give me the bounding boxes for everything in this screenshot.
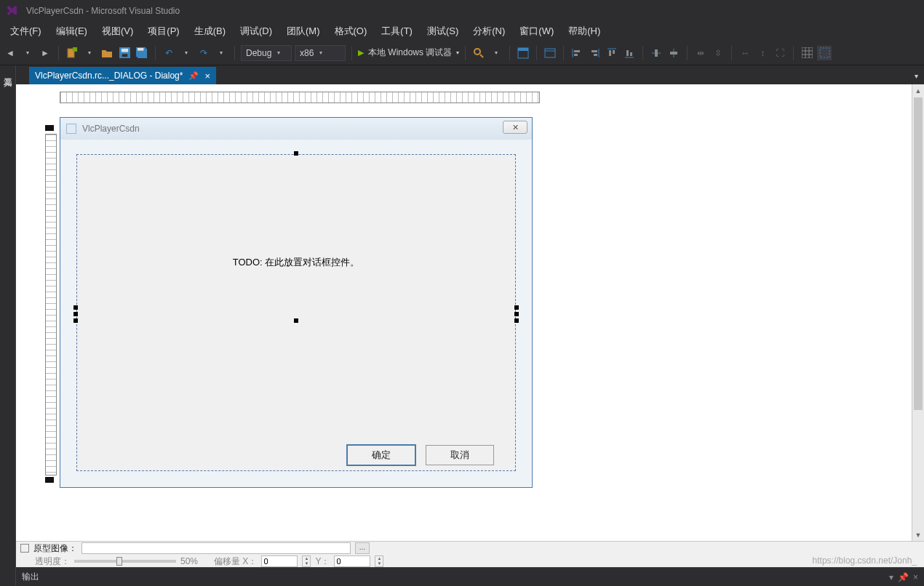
debugger-label: 本地 Windows 调试器 — [368, 47, 452, 59]
svg-rect-14 — [592, 50, 597, 52]
dialog-close-icon[interactable]: ✕ — [503, 121, 527, 134]
opacity-slider[interactable] — [74, 560, 176, 563]
dropdown-icon[interactable]: ▾ — [889, 572, 893, 582]
save-all-icon[interactable] — [135, 46, 149, 60]
designer-canvas[interactable]: VlcPlayerCsdn ✕ TODO: 在此放置对话框控件。 确定 取消 — [16, 84, 911, 541]
align-bottom-icon[interactable] — [622, 46, 637, 60]
svg-rect-4 — [122, 54, 127, 57]
menu-test[interactable]: 测试(S) — [420, 22, 466, 41]
menu-analyze[interactable]: 分析(N) — [466, 22, 512, 41]
output-pane-header[interactable]: 输出 ▾ 📌 × — [16, 567, 924, 586]
menu-edit[interactable]: 编辑(E) — [49, 22, 95, 41]
menu-help[interactable]: 帮助(H) — [561, 22, 608, 41]
prototype-image-checkbox[interactable] — [20, 544, 29, 553]
ok-label: 确定 — [372, 449, 391, 462]
static-todo-text[interactable]: TODO: 在此放置对话框控件。 — [233, 256, 360, 269]
menu-tools[interactable]: 工具(T) — [374, 22, 420, 41]
dialog-preview[interactable]: VlcPlayerCsdn ✕ TODO: 在此放置对话框控件。 确定 取消 — [60, 117, 533, 488]
menu-debug[interactable]: 调试(D) — [233, 22, 279, 41]
align-left-icon[interactable] — [570, 46, 584, 60]
svg-rect-18 — [626, 50, 629, 56]
find-dropdown[interactable]: ▾ — [489, 46, 503, 60]
undo-dropdown[interactable]: ▾ — [179, 46, 194, 60]
dialog-client-area[interactable] — [76, 154, 516, 471]
dialog-designer: VlcPlayerCsdn ✕ TODO: 在此放置对话框控件。 确定 取消 ▲… — [16, 84, 924, 541]
horizontal-ruler — [60, 92, 540, 103]
config-value: Debug — [246, 48, 271, 58]
config-combo[interactable]: Debug▾ — [241, 45, 292, 61]
separator — [687, 46, 688, 60]
watermark: https://blog.csdn.net/Jonh_ — [813, 555, 917, 566]
undo-icon[interactable]: ↶ — [162, 46, 176, 60]
svg-rect-7 — [137, 48, 143, 51]
nav-forward-icon[interactable]: ► — [38, 46, 52, 60]
opacity-label: 透明度： — [35, 555, 70, 568]
test-dialog-icon[interactable] — [543, 46, 557, 60]
toggle-guides-icon[interactable] — [817, 46, 832, 60]
svg-rect-22 — [802, 47, 813, 58]
output-controls: ▾ 📌 × — [889, 572, 918, 582]
new-item-icon[interactable] — [65, 46, 79, 60]
save-icon[interactable] — [117, 46, 132, 60]
nav-back-dropdown[interactable]: ▾ — [20, 46, 35, 60]
menu-project[interactable]: 项目(P) — [140, 22, 186, 41]
play-icon: ▶ — [358, 48, 364, 57]
pin-icon[interactable]: 📌 — [188, 71, 199, 81]
offset-y-spinner[interactable]: ▲▼ — [375, 555, 383, 567]
browse-button[interactable]: ... — [355, 542, 370, 554]
menu-view[interactable]: 视图(V) — [95, 22, 140, 41]
offset-x-input[interactable] — [261, 555, 298, 567]
toggle-grid-icon[interactable] — [800, 46, 814, 60]
close-tab-icon[interactable]: × — [204, 71, 210, 81]
ruler-marker — [45, 125, 54, 131]
menu-file[interactable]: 文件(F) — [3, 22, 49, 41]
prototype-image-path[interactable] — [81, 542, 351, 554]
cancel-label: 取消 — [450, 449, 469, 462]
open-file-icon[interactable] — [100, 46, 114, 60]
resize-handle[interactable] — [294, 318, 298, 323]
toolbox-collapsed[interactable]: 工具箱 — [0, 65, 16, 586]
scroll-thumb[interactable] — [914, 97, 923, 410]
close-icon[interactable]: × — [913, 572, 918, 582]
ok-button[interactable]: 确定 — [347, 445, 415, 465]
pin-icon[interactable]: 📌 — [898, 572, 909, 582]
find-icon[interactable] — [471, 46, 486, 60]
svg-rect-1 — [73, 47, 77, 52]
align-top-icon[interactable] — [605, 46, 619, 60]
same-height-icon: ↕ — [755, 46, 770, 60]
menu-format[interactable]: 格式(O) — [327, 22, 375, 41]
cancel-button[interactable]: 取消 — [426, 445, 494, 465]
menu-team[interactable]: 团队(M) — [279, 22, 327, 41]
platform-combo[interactable]: x86▾ — [295, 45, 346, 61]
resize-handles-left[interactable] — [73, 305, 78, 323]
align-right-icon[interactable] — [587, 46, 602, 60]
vertical-scrollbar[interactable]: ▲ ▼ — [912, 84, 924, 541]
svg-rect-19 — [630, 52, 632, 56]
svg-rect-16 — [609, 50, 611, 56]
scroll-down-icon[interactable]: ▼ — [912, 529, 924, 541]
vertical-ruler — [45, 134, 57, 475]
menu-window[interactable]: 窗口(W) — [512, 22, 561, 41]
nav-back-icon[interactable]: ◄ — [3, 46, 17, 60]
slider-thumb[interactable] — [116, 557, 122, 566]
new-item-dropdown[interactable]: ▾ — [82, 46, 97, 60]
resize-handles-right[interactable] — [514, 305, 519, 323]
center-vertical-icon[interactable] — [666, 46, 681, 60]
center-horizontal-icon[interactable] — [649, 46, 664, 60]
offset-y-input[interactable] — [334, 555, 370, 567]
editor-icon[interactable] — [516, 46, 530, 60]
offset-x-spinner[interactable]: ▲▼ — [302, 555, 311, 567]
scroll-up-icon[interactable]: ▲ — [912, 84, 924, 97]
same-width-icon: ↔ — [738, 46, 752, 60]
start-debug-button[interactable]: ▶ 本地 Windows 调试器 ▾ — [358, 47, 459, 59]
window-title: VlcPlayerCsdn - Microsoft Visual Studio — [26, 6, 180, 16]
menu-build[interactable]: 生成(B) — [187, 22, 233, 41]
document-tab-active[interactable]: VlcPlayerCsdn.rc..._DIALOG - Dialog* 📌 × — [29, 67, 216, 84]
space-across-icon: ⇹ — [693, 46, 708, 60]
redo-icon[interactable]: ↷ — [196, 46, 211, 60]
resize-handle[interactable] — [294, 151, 298, 156]
separator — [731, 46, 732, 60]
tab-overflow-icon[interactable]: ▾ — [908, 67, 924, 84]
same-size-icon: ⛶ — [773, 46, 787, 60]
redo-dropdown[interactable]: ▾ — [214, 46, 228, 60]
